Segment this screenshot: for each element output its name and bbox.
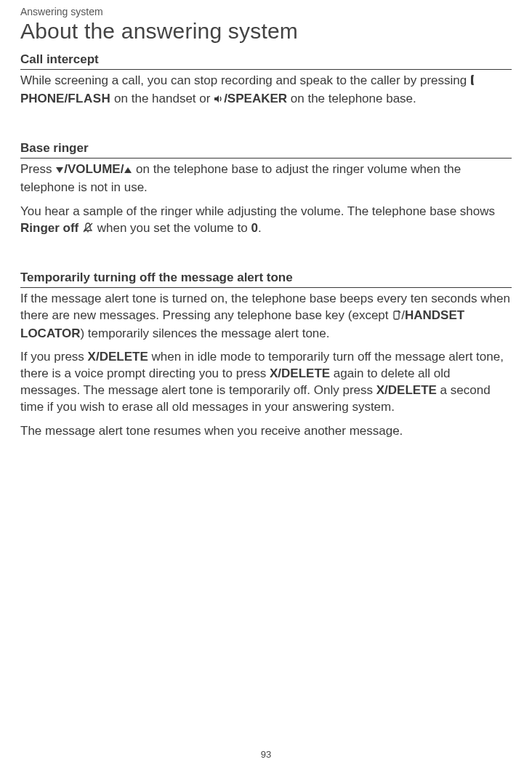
para-alert-2: If you press X/DELETE when in idle mode … bbox=[20, 349, 512, 416]
speaker-label: /SPEAKER bbox=[224, 92, 287, 105]
phone-flash-label: PHONE/FLASH bbox=[20, 92, 110, 105]
text: on the telephone base. bbox=[291, 92, 416, 105]
triangle-down-icon bbox=[55, 163, 64, 180]
para-alert-3: The message alert tone resumes when you … bbox=[20, 423, 512, 440]
text: You hear a sample of the ringer while ad… bbox=[20, 204, 495, 218]
phone-handset-icon bbox=[470, 74, 479, 91]
text: ) temporarily silences the message alert… bbox=[80, 326, 329, 340]
bell-off-icon bbox=[82, 222, 94, 238]
para-base-ringer-1: Press /VOLUME/ on the telephone base to … bbox=[20, 161, 512, 196]
x-delete-label: X/DELETE bbox=[376, 383, 437, 397]
zero-label: 0 bbox=[251, 221, 257, 235]
locator-icon bbox=[392, 309, 401, 326]
speaker-icon bbox=[214, 92, 224, 109]
heading-call-intercept: Call intercept bbox=[20, 52, 512, 70]
text: If you press bbox=[20, 350, 88, 364]
para-alert-1: If the message alert tone is turned on, … bbox=[20, 291, 512, 342]
volume-label: /VOLUME/ bbox=[64, 162, 124, 176]
text: . bbox=[258, 221, 262, 235]
page-number: 93 bbox=[0, 749, 532, 760]
heading-base-ringer: Base ringer bbox=[20, 141, 512, 159]
para-base-ringer-2: You hear a sample of the ringer while ad… bbox=[20, 204, 512, 238]
svg-point-0 bbox=[87, 230, 89, 232]
ringer-off-label: Ringer off bbox=[20, 221, 78, 235]
triangle-up-icon bbox=[124, 163, 132, 180]
text: While screening a call, you can stop rec… bbox=[20, 73, 470, 87]
heading-alert-tone: Temporarily turning off the message aler… bbox=[20, 270, 512, 288]
x-delete-label: X/DELETE bbox=[88, 350, 148, 364]
x-delete-label: X/DELETE bbox=[270, 366, 330, 380]
page-title: About the answering system bbox=[20, 19, 512, 44]
para-call-intercept: While screening a call, you can stop rec… bbox=[20, 73, 512, 109]
text: when you set the volume to bbox=[97, 221, 251, 235]
text: on the handset or bbox=[114, 92, 214, 105]
breadcrumb: Answering system bbox=[20, 6, 512, 17]
text: Press bbox=[20, 162, 55, 176]
svg-rect-2 bbox=[394, 311, 399, 319]
